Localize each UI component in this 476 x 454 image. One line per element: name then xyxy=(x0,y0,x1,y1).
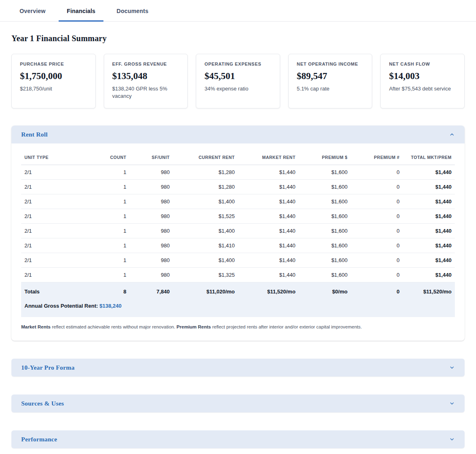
table-row: 2/11980$1,410$1,440$1,6000$1,440 xyxy=(21,238,455,253)
table-cell: $1,440 xyxy=(238,209,299,224)
table-cell: 1 xyxy=(86,165,130,180)
table-cell: 0 xyxy=(351,253,403,268)
section-title: Performance xyxy=(21,436,57,443)
stat-card-label: NET CASH FLOW xyxy=(389,62,456,66)
table-cell: $1,440 xyxy=(238,268,299,282)
stat-card-subtext: $218,750/unit xyxy=(20,85,87,93)
table-cell: 980 xyxy=(129,268,173,282)
table-row: 2/11980$1,325$1,440$1,6000$1,440 xyxy=(21,268,455,282)
table-cell: 2/1 xyxy=(21,224,86,238)
table-row: 2/11980$1,400$1,440$1,6000$1,440 xyxy=(21,194,455,209)
totals-cell: $11,520/mo xyxy=(238,282,299,300)
table-cell: 1 xyxy=(86,224,130,238)
table-cell: $1,440 xyxy=(403,253,455,268)
stat-card-label: OPERATING EXPENSES xyxy=(204,62,272,66)
table-cell: 980 xyxy=(129,194,173,209)
table-cell: $1,600 xyxy=(299,253,351,268)
column-header-total-mkt-prem: TOTAL MKT/PREM xyxy=(403,149,455,165)
table-cell: 0 xyxy=(351,209,403,224)
table-cell: 980 xyxy=(129,180,173,194)
stat-card-value: $89,547 xyxy=(297,71,364,82)
annual-gpr-label: Annual Gross Potential Rent: xyxy=(24,303,98,309)
table-row: 2/11980$1,280$1,440$1,6000$1,440 xyxy=(21,180,455,194)
table-cell: 2/1 xyxy=(21,194,86,209)
table-cell: 1 xyxy=(86,180,130,194)
section-title: Sources & Uses xyxy=(21,400,64,407)
column-header-sf-unit: SF/UNIT xyxy=(129,149,173,165)
stat-card-label: EFF. GROSS REVENUE xyxy=(112,62,180,66)
table-cell: 2/1 xyxy=(21,253,86,268)
rent-roll-header[interactable]: Rent Roll xyxy=(11,126,465,143)
collapsed-sections: 10-Year Pro FormaSources & UsesPerforman… xyxy=(11,359,465,448)
table-cell: $1,280 xyxy=(173,180,238,194)
totals-row: Totals87,840$11,020/mo$11,520/mo$0/mo0$1… xyxy=(21,282,455,300)
annual-gpr-cell: Annual Gross Potential Rent: $138,240 xyxy=(21,300,455,317)
footnote-text-1: reflect estimated achievable rents witho… xyxy=(50,324,176,329)
table-cell: 0 xyxy=(351,224,403,238)
table-cell: 2/1 xyxy=(21,180,86,194)
totals-cell: Totals xyxy=(21,282,86,300)
table-cell: 0 xyxy=(351,180,403,194)
stat-cards: PURCHASE PRICE$1,750,000$218,750/unitEFF… xyxy=(11,54,465,108)
table-cell: 2/1 xyxy=(21,238,86,253)
table-cell: $1,440 xyxy=(403,180,455,194)
table-row: 2/11980$1,280$1,440$1,6000$1,440 xyxy=(21,165,455,180)
table-cell: $1,600 xyxy=(299,238,351,253)
tab-overview[interactable]: Overview xyxy=(11,0,54,22)
rent-roll-footnote: Market Rents reflect estimated achievabl… xyxy=(21,324,455,331)
rent-roll-panel: Rent Roll UNIT TYPECOUNTSF/UNITCURRENT R… xyxy=(11,126,465,340)
table-cell: $1,440 xyxy=(238,253,299,268)
annual-gpr-value: $138,240 xyxy=(99,303,121,309)
stat-card-operating-expenses: OPERATING EXPENSES$45,50134% expense rat… xyxy=(196,54,280,108)
table-cell: $1,440 xyxy=(238,238,299,253)
table-cell: $1,440 xyxy=(238,180,299,194)
totals-cell: 0 xyxy=(351,282,403,300)
table-cell: $1,410 xyxy=(173,238,238,253)
rent-roll-footer: Totals87,840$11,020/mo$11,520/mo$0/mo0$1… xyxy=(21,282,455,317)
stat-card-subtext: 34% expense ratio xyxy=(204,85,272,93)
section-10-year-pro-forma[interactable]: 10-Year Pro Forma xyxy=(11,359,465,377)
column-header-market-rent: MARKET RENT xyxy=(238,149,299,165)
column-header-current-rent: CURRENT RENT xyxy=(173,149,238,165)
table-cell: 0 xyxy=(351,268,403,282)
stat-card-value: $135,048 xyxy=(112,71,180,82)
stat-card-label: NET OPERATING INCOME xyxy=(297,62,364,66)
table-row: 2/11980$1,525$1,440$1,6000$1,440 xyxy=(21,209,455,224)
totals-cell: $0/mo xyxy=(299,282,351,300)
main-content: Year 1 Financial Summary PURCHASE PRICE$… xyxy=(0,34,476,454)
rent-roll-body-wrap: UNIT TYPECOUNTSF/UNITCURRENT RENTMARKET … xyxy=(11,143,465,340)
totals-cell: $11,520/mo xyxy=(403,282,455,300)
table-cell: 980 xyxy=(129,224,173,238)
rent-roll-body: 2/11980$1,280$1,440$1,6000$1,4402/11980$… xyxy=(21,165,455,282)
table-cell: $1,400 xyxy=(173,253,238,268)
table-cell: $1,440 xyxy=(403,224,455,238)
tab-financials[interactable]: Financials xyxy=(59,0,103,22)
table-cell: $1,440 xyxy=(403,238,455,253)
totals-cell: $11,020/mo xyxy=(173,282,238,300)
section-sources-uses[interactable]: Sources & Uses xyxy=(11,394,465,412)
table-cell: 1 xyxy=(86,268,130,282)
table-cell: 980 xyxy=(129,253,173,268)
table-cell: $1,325 xyxy=(173,268,238,282)
table-cell: $1,280 xyxy=(173,165,238,180)
chevron-down-icon xyxy=(449,365,455,370)
chevron-down-icon xyxy=(449,401,455,406)
table-cell: $1,400 xyxy=(173,194,238,209)
stat-card-value: $45,501 xyxy=(204,71,272,82)
table-cell: 0 xyxy=(351,238,403,253)
stat-card-eff-gross-revenue: EFF. GROSS REVENUE$135,048$138,240 GPR l… xyxy=(104,54,188,108)
footnote-term-market-rents: Market Rents xyxy=(21,324,50,329)
table-row: 2/11980$1,400$1,440$1,6000$1,440 xyxy=(21,253,455,268)
rent-roll-table: UNIT TYPECOUNTSF/UNITCURRENT RENTMARKET … xyxy=(21,149,455,317)
table-cell: $1,440 xyxy=(238,165,299,180)
annual-gpr-row: Annual Gross Potential Rent: $138,240 xyxy=(21,300,455,317)
rent-roll-title: Rent Roll xyxy=(21,131,48,138)
tab-documents[interactable]: Documents xyxy=(108,0,156,22)
table-cell: $1,440 xyxy=(403,268,455,282)
stat-card-subtext: $138,240 GPR less 5% vacancy xyxy=(112,85,180,100)
footnote-text-2: reflect projected rents after interior a… xyxy=(211,324,362,329)
section-performance[interactable]: Performance xyxy=(11,430,465,448)
table-cell: $1,600 xyxy=(299,180,351,194)
table-cell: 1 xyxy=(86,194,130,209)
table-cell: 2/1 xyxy=(21,165,86,180)
